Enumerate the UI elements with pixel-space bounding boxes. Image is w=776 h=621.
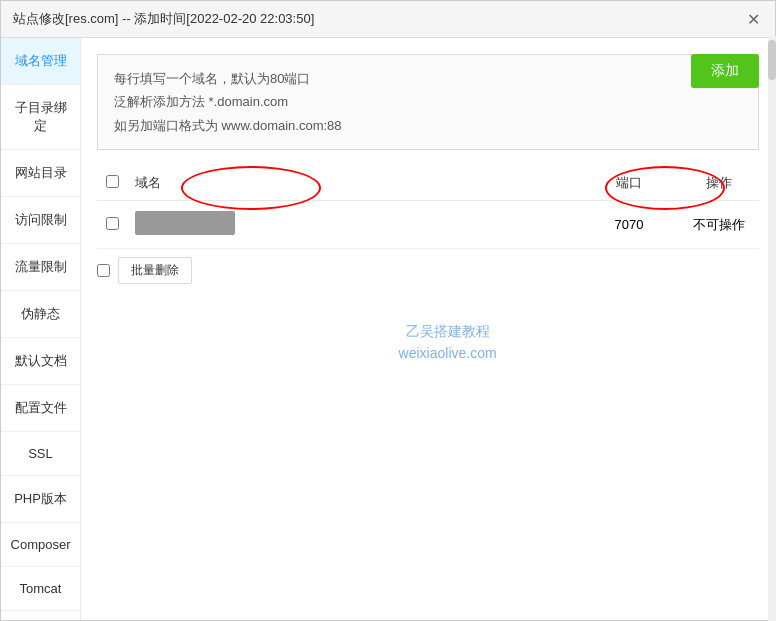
domain-hidden-value	[135, 211, 235, 235]
info-box: 每行填写一个域名，默认为80端口 泛解析添加方法 *.domain.com 如另…	[97, 54, 759, 150]
main-window: 站点修改[res.com] -- 添加时间[2022-02-20 22:03:5…	[0, 0, 776, 621]
watermark-line2: weixiaolive.com	[399, 342, 497, 364]
sidebar-item-domain-manage[interactable]: 域名管理	[1, 38, 80, 85]
close-button[interactable]: ✕	[743, 9, 763, 29]
sidebar-item-tomcat[interactable]: Tomcat	[1, 567, 80, 611]
row-domain	[127, 211, 579, 238]
sidebar-item-site-directory[interactable]: 网站目录	[1, 150, 80, 197]
batch-delete-row: 批量删除	[97, 249, 759, 292]
scrollbar-thumb[interactable]	[768, 40, 775, 80]
sidebar-item-subdirectory-bind[interactable]: 子目录绑定	[1, 85, 80, 150]
sidebar-item-composer[interactable]: Composer	[1, 523, 80, 567]
row-check	[97, 217, 127, 233]
batch-checkbox[interactable]	[97, 264, 110, 277]
sidebar-item-ssl[interactable]: SSL	[1, 432, 80, 476]
watermark: 乙吴搭建教程 weixiaolive.com	[399, 320, 497, 365]
sidebar-item-config-file[interactable]: 配置文件	[1, 385, 80, 432]
main-layout: 域名管理 子目录绑定 网站目录 访问限制 流量限制 伪静态 默认文档 配置文件 …	[1, 38, 775, 620]
header-port: 端口	[579, 174, 679, 192]
sidebar: 域名管理 子目录绑定 网站目录 访问限制 流量限制 伪静态 默认文档 配置文件 …	[1, 38, 81, 620]
row-action: 不可操作	[679, 216, 759, 234]
add-button[interactable]: 添加	[691, 54, 759, 88]
sidebar-item-php-version[interactable]: PHP版本	[1, 476, 80, 523]
sidebar-item-traffic-limit[interactable]: 流量限制	[1, 244, 80, 291]
row-checkbox[interactable]	[106, 217, 119, 230]
header-domain: 域名	[127, 174, 579, 192]
select-all-checkbox[interactable]	[106, 175, 119, 188]
batch-delete-button[interactable]: 批量删除	[118, 257, 192, 284]
content-area: 每行填写一个域名，默认为80端口 泛解析添加方法 *.domain.com 如另…	[81, 38, 775, 620]
info-line-2: 泛解析添加方法 *.domain.com	[114, 90, 742, 113]
header-action: 操作	[679, 174, 759, 192]
watermark-line1: 乙吴搭建教程	[399, 320, 497, 342]
window-title: 站点修改[res.com] -- 添加时间[2022-02-20 22:03:5…	[13, 10, 314, 28]
info-line-1: 每行填写一个域名，默认为80端口	[114, 67, 742, 90]
info-line-3: 如另加端口格式为 www.domain.com:88	[114, 114, 742, 137]
sidebar-item-default-doc[interactable]: 默认文档	[1, 338, 80, 385]
header-check	[97, 175, 127, 191]
row-port: 7070	[579, 217, 679, 232]
sidebar-item-redirect[interactable]: 重定向	[1, 611, 80, 620]
sidebar-item-access-limit[interactable]: 访问限制	[1, 197, 80, 244]
scrollbar[interactable]	[768, 38, 775, 620]
domain-table: 域名 端口 操作 7070 不可操作	[97, 166, 759, 292]
titlebar: 站点修改[res.com] -- 添加时间[2022-02-20 22:03:5…	[1, 1, 775, 38]
table-header: 域名 端口 操作	[97, 166, 759, 201]
sidebar-item-pseudo-static[interactable]: 伪静态	[1, 291, 80, 338]
table-row: 7070 不可操作	[97, 201, 759, 249]
